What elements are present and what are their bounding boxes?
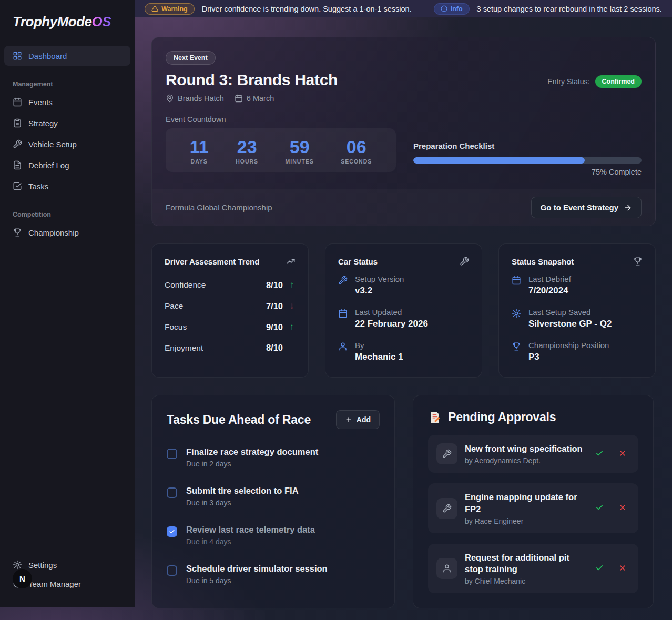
card-title: Status Snapshot — [512, 257, 574, 266]
sidebar-item-label: Debrief Log — [28, 161, 69, 170]
warning-badge: Warning — [145, 3, 195, 15]
entry-status-badge: Confirmed — [595, 75, 642, 88]
metric-label: Focus — [165, 322, 187, 332]
info-item: Last Updated22 February 2026 — [338, 308, 469, 329]
countdown-value: 23 — [236, 137, 258, 157]
preparation-checklist: Preparation Checklist 75% Complete — [413, 141, 642, 176]
approvals-title: Pending Approvals — [448, 410, 556, 424]
document-icon — [13, 160, 22, 170]
add-task-button[interactable]: Add — [336, 410, 380, 429]
assessment-row: Pace 7/10↓ — [165, 296, 296, 317]
info-label: Setup Version — [355, 275, 404, 283]
main-area: Warning Driver confidence is trending do… — [135, 0, 672, 620]
warning-triangle-icon — [151, 5, 158, 12]
countdown-minutes: 59 MINUTES — [286, 137, 314, 165]
driver-assessment-card: Driver Assessment Trend Confidence 8/10↑… — [151, 243, 309, 378]
trend-down-icon: ↓ — [288, 301, 296, 311]
gear-icon — [13, 560, 22, 570]
metric-value: 9/10 — [266, 322, 283, 332]
task-row: Schedule driver simulator sessionDue in … — [167, 564, 380, 585]
sidebar-item-dashboard[interactable]: Dashboard — [4, 46, 130, 66]
approve-button[interactable] — [594, 502, 605, 514]
checklist-percent-text: 75% Complete — [413, 168, 642, 176]
sidebar-item-label: Vehicle Setup — [28, 140, 77, 149]
sidebar-item-label: Championship — [28, 228, 79, 237]
info-item: Championship PositionP3 — [512, 341, 643, 362]
approval-item: New front wing specificationby Aerodynam… — [428, 435, 638, 473]
next-event-card: Next Event Round 3: Brands Hatch Entry S… — [151, 37, 656, 226]
dashboard-content: Next Event Round 3: Brands Hatch Entry S… — [135, 17, 672, 608]
sidebar-item-vehicle-setup[interactable]: Vehicle Setup — [4, 134, 130, 154]
task-row: Review last race telemetry dataDue in 4 … — [167, 525, 380, 546]
approve-button[interactable] — [594, 563, 605, 575]
car-status-card: Car Status Setup Versionv3.2 Last Update… — [325, 243, 482, 378]
calendar-icon — [13, 97, 22, 107]
approval-by: by Aerodynamics Dept. — [465, 456, 587, 465]
task-row: Submit tire selection to FIADue in 3 day… — [167, 486, 380, 507]
warning-badge-label: Warning — [161, 5, 188, 13]
task-checkbox[interactable] — [167, 449, 177, 459]
map-pin-icon — [166, 94, 174, 103]
go-to-event-strategy-button[interactable]: Go to Event Strategy — [531, 197, 642, 218]
card-title: Driver Assessment Trend — [165, 257, 259, 266]
approval-icon-box — [436, 498, 457, 519]
event-date: 6 March — [235, 94, 274, 103]
reject-button[interactable] — [617, 502, 628, 514]
wrench-icon — [338, 276, 348, 285]
reject-button[interactable] — [617, 448, 628, 460]
countdown-value: 59 — [286, 137, 314, 157]
entry-status: Entry Status: Confirmed — [547, 75, 642, 88]
wrench-icon — [460, 257, 469, 266]
cta-label: Go to Event Strategy — [541, 203, 618, 212]
approval-title: New front wing specification — [465, 443, 587, 454]
sidebar-item-label: Tasks — [28, 182, 48, 191]
countdown-unit: SECONDS — [341, 158, 372, 165]
gear-icon — [512, 309, 521, 318]
trend-up-icon: ↑ — [288, 280, 296, 290]
user-avatar[interactable]: N — [13, 569, 32, 588]
sidebar-item-events[interactable]: Events — [4, 92, 130, 112]
sidebar: TrophyModeOS Dashboard Management Events… — [0, 0, 135, 607]
stats-row: Driver Assessment Trend Confidence 8/10↑… — [151, 243, 656, 378]
task-title: Finalize race strategy document — [186, 447, 318, 457]
wrench-icon — [442, 504, 452, 513]
trending-up-icon — [286, 257, 296, 266]
check-icon — [595, 564, 604, 572]
calendar-icon — [235, 94, 243, 103]
task-due: Due in 5 days — [186, 576, 328, 585]
task-due: Due in 2 days — [186, 460, 318, 468]
tasks-card: Tasks Due Ahead of Race Add Finalize rac… — [151, 395, 395, 608]
sidebar-item-championship[interactable]: Championship — [4, 222, 130, 242]
check-square-icon — [13, 181, 22, 191]
alert-banner: Warning Driver confidence is trending do… — [135, 0, 672, 17]
approval-icon-box — [436, 558, 457, 579]
sidebar-item-label: Dashboard — [28, 52, 67, 60]
countdown-days: 11 DAYS — [190, 137, 209, 165]
sidebar-item-tasks[interactable]: Tasks — [4, 176, 130, 196]
sidebar-item-strategy[interactable]: Strategy — [4, 113, 130, 133]
countdown-unit: MINUTES — [286, 158, 314, 165]
task-checkbox[interactable] — [167, 565, 177, 576]
info-value: v3.2 — [355, 286, 404, 296]
arrow-right-icon — [624, 204, 632, 212]
next-event-footer: Formula Global Championship Go to Event … — [152, 189, 655, 226]
logo-primary: TrophyMode — [13, 14, 92, 29]
check-icon — [595, 449, 604, 458]
task-title: Review last race telemetry data — [186, 525, 315, 535]
info-label: Last Debrief — [528, 275, 571, 283]
metric-value: 8/10 — [266, 343, 283, 353]
app-root: TrophyModeOS Dashboard Management Events… — [0, 0, 672, 620]
reject-button[interactable] — [617, 563, 628, 575]
info-item: Last Debrief7/20/2024 — [512, 275, 643, 296]
info-item: Setup Versionv3.2 — [338, 275, 469, 296]
approve-button[interactable] — [594, 448, 605, 460]
sidebar-item-debrief-log[interactable]: Debrief Log — [4, 155, 130, 175]
memo-icon — [428, 411, 442, 424]
grid-icon — [13, 51, 22, 60]
task-checkbox[interactable] — [167, 487, 177, 498]
info-value: Mechanic 1 — [355, 352, 403, 362]
checklist-label: Preparation Checklist — [413, 141, 642, 150]
task-checkbox-checked[interactable] — [167, 526, 177, 537]
info-badge-label: Info — [451, 5, 463, 13]
sidebar-item-label: Team Manager — [28, 580, 81, 588]
